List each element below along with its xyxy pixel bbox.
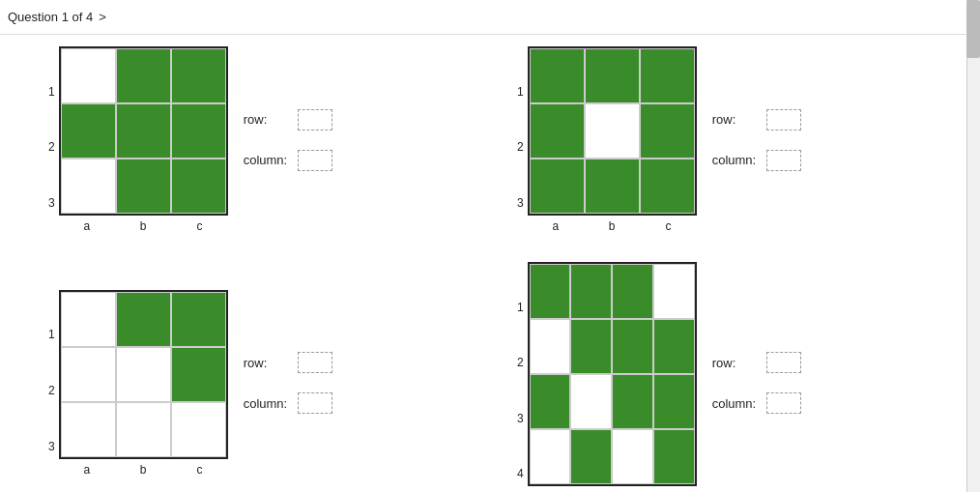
cell: [585, 48, 640, 103]
question-label: Question 1 of 4: [8, 10, 93, 24]
grid-box-3: [59, 290, 228, 459]
cell: [612, 429, 653, 484]
input-area-4: row: column:: [712, 352, 801, 414]
grid-panel-3: 3 2 1: [19, 258, 478, 492]
row-label-2-1: 2: [48, 120, 55, 176]
row-labels-1: 3 2 1: [48, 64, 55, 233]
input-row-row-1: row:: [244, 109, 332, 130]
scrollbar[interactable]: [966, 0, 980, 492]
row-label-2-2: 2: [517, 120, 524, 176]
input-row-col-2: column:: [712, 150, 801, 171]
input-row-row-2: row:: [712, 109, 801, 130]
cell: [570, 374, 612, 429]
cell: [171, 402, 226, 457]
cell: [171, 347, 226, 402]
cell: [530, 159, 585, 214]
grid-with-labels-3: 3 2 1: [48, 290, 228, 477]
col-label-text-4: column:: [712, 396, 763, 411]
cell: [640, 103, 695, 159]
row-input-2[interactable]: [766, 109, 801, 130]
col-label-text-2: column:: [712, 153, 763, 167]
col-label-c-1: c: [171, 219, 227, 233]
grid-panel-4: 4 3 2 1: [488, 258, 947, 492]
grid-wrapper-4: 4 3 2 1: [517, 262, 697, 492]
row-label-2-3: 2: [48, 362, 55, 419]
chevron-right-icon[interactable]: >: [99, 10, 106, 24]
input-area-2: row: column:: [712, 109, 801, 171]
cell: [585, 103, 640, 159]
grid-box-4: [528, 262, 697, 486]
cell: [612, 264, 653, 319]
cell: [116, 159, 171, 214]
col-labels-2: a b c: [528, 219, 697, 233]
cell: [61, 402, 116, 457]
row-label-text-1: row:: [244, 112, 294, 127]
cell: [530, 319, 571, 374]
col-label-b-2: b: [584, 219, 640, 233]
cell: [612, 319, 653, 374]
col-input-3[interactable]: [298, 392, 332, 414]
grid-and-col-labels-3: a b c: [59, 290, 228, 477]
grid-panel-2: 3 2 1: [488, 43, 947, 248]
grid-box-2: [528, 46, 697, 216]
cell: [61, 292, 116, 347]
cell: [530, 103, 585, 159]
row-label-3-2: 3: [517, 175, 524, 231]
cell: [653, 264, 695, 319]
cell: [116, 347, 171, 402]
cell: [570, 264, 612, 319]
row-label-text-2: row:: [712, 112, 763, 127]
col-labels-1: a b c: [59, 219, 228, 233]
col-input-2[interactable]: [766, 150, 801, 171]
grid-panel-1: 3 2 1: [19, 43, 478, 248]
top-bar: Question 1 of 4 >: [0, 0, 980, 35]
input-area-1: row: column:: [244, 109, 332, 171]
cell: [653, 429, 695, 484]
col-input-1[interactable]: [298, 150, 332, 171]
cell: [530, 374, 571, 429]
cell: [171, 103, 226, 159]
col-labels-3: a b c: [59, 463, 228, 477]
row-labels-3: 3 2 1: [48, 307, 55, 477]
cell: [570, 429, 612, 484]
input-area-3: row: column:: [244, 352, 332, 414]
row-label-1-4: 1: [517, 279, 524, 335]
col-label-a-1: a: [59, 219, 115, 233]
cell: [116, 292, 171, 347]
input-row-col-1: column:: [244, 150, 332, 171]
cell: [61, 347, 116, 402]
grid-and-col-labels-2: a b c: [528, 46, 697, 233]
cell: [640, 159, 695, 214]
row-label-3-4: 3: [517, 391, 524, 447]
row-input-4[interactable]: [766, 352, 801, 373]
grid-with-labels-1: 3 2 1: [48, 46, 228, 233]
grid-and-col-labels-4: a b c d: [528, 262, 697, 492]
input-row-row-3: row:: [244, 352, 332, 373]
grid-with-labels-4: 4 3 2 1: [517, 262, 697, 492]
col-input-4[interactable]: [766, 392, 801, 414]
col-label-b-3: b: [115, 463, 171, 477]
cell: [116, 402, 171, 457]
scrollbar-thumb[interactable]: [966, 0, 980, 58]
row-label-3-3: 3: [48, 419, 55, 475]
row-label-4-4: 4: [517, 447, 524, 493]
cell: [640, 48, 695, 103]
col-label-c-3: c: [171, 463, 227, 477]
input-row-col-4: column:: [712, 392, 801, 414]
cell: [530, 264, 571, 319]
row-label-text-4: row:: [712, 356, 763, 370]
row-label-3-1: 3: [48, 175, 55, 231]
col-label-text-1: column:: [244, 153, 294, 167]
cell: [61, 48, 116, 103]
row-label-1-1: 1: [48, 64, 55, 120]
row-input-1[interactable]: [298, 109, 332, 130]
main-content: 3 2 1: [0, 35, 966, 492]
col-label-c-2: c: [640, 219, 696, 233]
row-label-2-4: 2: [517, 335, 524, 391]
row-label-1-2: 1: [517, 64, 524, 120]
row-input-3[interactable]: [298, 352, 332, 373]
cell: [530, 429, 571, 484]
cell: [612, 374, 653, 429]
col-label-b-1: b: [115, 219, 171, 233]
grid-box-1: [59, 46, 228, 216]
